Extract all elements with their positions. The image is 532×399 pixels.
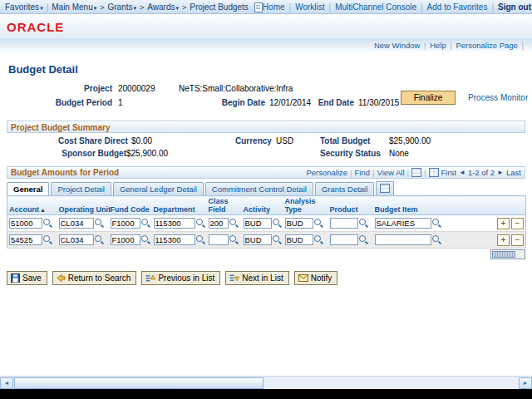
column-header-operating-unit[interactable]: Operating Unit — [59, 205, 111, 214]
grid-horizontal-scrollbar[interactable] — [490, 249, 525, 259]
product-input[interactable] — [330, 218, 358, 229]
tab-general[interactable]: General — [7, 182, 49, 195]
budget-item-input[interactable] — [375, 218, 431, 229]
analysis-type-lookup-icon[interactable] — [314, 235, 324, 245]
scroll-right-button[interactable]: ► — [519, 377, 532, 389]
grid-scrollbar-thumb[interactable] — [492, 251, 515, 258]
class-field-lookup-icon[interactable] — [229, 235, 239, 245]
fund-code-lookup-icon[interactable] — [141, 235, 151, 245]
column-header-department[interactable]: Department — [154, 205, 195, 214]
return-to-search-button[interactable]: Return to Search — [52, 271, 137, 285]
operating-unit-lookup-icon[interactable] — [95, 235, 105, 245]
column-header-fund-code[interactable]: Fund Code — [111, 205, 150, 214]
help-link[interactable]: Help — [430, 41, 446, 50]
page-horizontal-scrollbar[interactable]: ◄ ► — [0, 376, 532, 390]
column-header-class-field[interactable]: Class Field — [209, 197, 229, 214]
total-budget-label: Total Budget — [320, 136, 370, 145]
finalize-button[interactable]: Finalize — [401, 91, 456, 105]
last-page-link[interactable]: Last — [506, 168, 521, 177]
fund-code-input[interactable] — [111, 234, 140, 245]
department-lookup-icon[interactable] — [196, 235, 206, 245]
find-link[interactable]: Find — [355, 168, 370, 177]
product-lookup-icon[interactable] — [359, 235, 369, 245]
budget-item-lookup-icon[interactable] — [432, 235, 442, 245]
tab-project-detail[interactable]: Project Detail — [51, 182, 111, 195]
project-id: 20000029 — [118, 84, 155, 93]
page-scrollbar-thumb[interactable] — [14, 377, 264, 389]
column-header-budget-item[interactable]: Budget Item — [375, 205, 418, 214]
column-header-account[interactable]: Account — [9, 205, 39, 214]
process-monitor-link[interactable]: Process Monitor — [468, 93, 528, 102]
breadcrumb-project-budgets[interactable]: Project Budgets — [190, 2, 249, 12]
analysis-type-input[interactable] — [285, 234, 313, 245]
breadcrumb-awards[interactable]: Awards▾ — [147, 2, 179, 12]
tab-commitment-control-detail[interactable]: Commitment Control Detail — [205, 182, 313, 195]
department-input[interactable] — [154, 234, 195, 245]
fund-code-lookup-icon[interactable] — [141, 219, 151, 229]
column-header-analysis-type[interactable]: Analysis Type — [285, 197, 316, 214]
worklist-link[interactable]: Worklist — [295, 2, 324, 12]
previous-in-list-button[interactable]: Previous in List — [141, 271, 220, 285]
analysis-type-input[interactable] — [285, 218, 313, 229]
fund-code-input[interactable] — [111, 218, 140, 229]
zoom-grid-icon[interactable] — [429, 168, 439, 177]
analysis-type-lookup-icon[interactable] — [314, 219, 324, 229]
activity-input[interactable] — [244, 234, 272, 245]
budget-item-lookup-icon[interactable] — [432, 219, 442, 229]
operating-unit-input[interactable] — [59, 218, 94, 229]
operating-unit-input[interactable] — [59, 234, 94, 245]
tab-general-ledger-detail[interactable]: General Ledger Detail — [113, 182, 204, 195]
account-lookup-icon[interactable] — [43, 219, 53, 229]
grid-footer — [7, 249, 525, 259]
end-date-label: End Date — [314, 98, 354, 107]
delete-row-button[interactable]: − — [511, 234, 524, 246]
budget-item-input[interactable] — [375, 234, 431, 245]
product-lookup-icon[interactable] — [359, 219, 369, 229]
utility-nav: Home Worklist MultiChannel Console Add t… — [263, 2, 531, 12]
class-field-lookup-icon[interactable] — [229, 219, 239, 229]
class-field-input[interactable] — [209, 218, 229, 229]
account-input[interactable] — [9, 234, 42, 245]
content-area: Budget Detail Project 20000029 NeTS:Smal… — [0, 53, 532, 376]
main-menu[interactable]: Main Menu▾ — [52, 2, 96, 12]
department-input[interactable] — [154, 218, 195, 229]
delete-row-button[interactable]: − — [511, 218, 524, 229]
download-grid-icon[interactable] — [411, 168, 421, 177]
scroll-left-button[interactable]: ◄ — [0, 377, 13, 389]
class-field-input[interactable] — [209, 234, 229, 245]
product-input[interactable] — [330, 234, 358, 245]
home-link[interactable]: Home — [263, 2, 285, 12]
activity-input[interactable] — [244, 218, 272, 229]
previous-page-icon[interactable]: ◄ — [459, 169, 466, 176]
activity-lookup-icon[interactable] — [273, 219, 283, 229]
add-row-button[interactable]: + — [497, 234, 510, 246]
multichannel-console-link[interactable]: MultiChannel Console — [335, 2, 416, 12]
favorites-menu[interactable]: Favorites▾ — [5, 2, 43, 12]
currency-label: Currency — [235, 136, 272, 145]
view-all-link[interactable]: View All — [377, 168, 404, 177]
activity-lookup-icon[interactable] — [273, 235, 283, 245]
new-window-link[interactable]: New Window — [374, 41, 420, 50]
account-input[interactable] — [9, 218, 42, 229]
chevron-down-icon: ▾ — [175, 5, 179, 11]
column-header-product[interactable]: Product — [330, 205, 358, 214]
operating-unit-lookup-icon[interactable] — [95, 219, 105, 229]
tab-grants-detail[interactable]: Grants Detail — [315, 182, 374, 195]
window-bottom-bar — [0, 389, 532, 399]
sign-out-link[interactable]: Sign out — [498, 2, 531, 12]
next-page-icon[interactable]: ► — [497, 169, 504, 176]
show-all-columns-tab[interactable] — [376, 181, 394, 195]
next-in-list-button[interactable]: Next in List — [225, 271, 288, 285]
personalize-link[interactable]: Personalize — [306, 168, 347, 177]
logo-bar: ORACLE — [0, 14, 532, 38]
breadcrumb-grants[interactable]: Grants▾ — [108, 2, 137, 12]
first-page-link[interactable]: First — [441, 168, 456, 177]
personalize-page-link[interactable]: Personalize Page — [456, 41, 517, 50]
column-header-activity[interactable]: Activity — [244, 205, 271, 214]
save-button[interactable]: Save — [7, 271, 47, 285]
notify-button[interactable]: Notify — [294, 271, 338, 285]
add-to-favorites-link[interactable]: Add to Favorites — [427, 2, 488, 12]
add-row-button[interactable]: + — [497, 218, 510, 229]
department-lookup-icon[interactable] — [196, 219, 206, 229]
account-lookup-icon[interactable] — [43, 235, 53, 245]
